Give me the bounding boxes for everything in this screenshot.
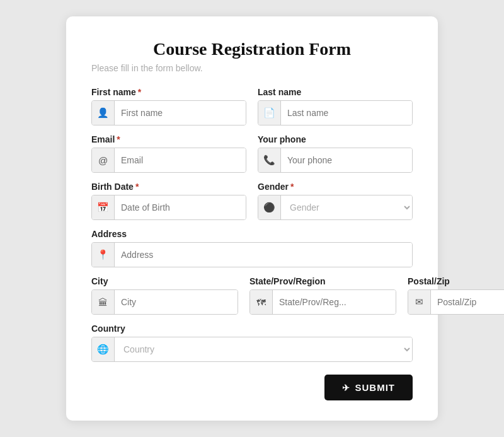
row-country: Country 🌐 Country United States United K… (91, 323, 413, 362)
group-last-name: Last name 📄 (258, 87, 413, 125)
label-country: Country (91, 323, 413, 334)
input-wrap-first-name: 👤 (91, 100, 246, 125)
input-wrap-address: 📍 (91, 242, 413, 267)
gender-icon: ⚫ (258, 195, 281, 219)
group-zip: Postal/Zip ✉ (408, 276, 504, 315)
at-icon: @ (92, 148, 115, 172)
input-wrap-birth-date: 📅 (91, 195, 246, 220)
submit-label: SUBMIT (355, 382, 396, 393)
state-input[interactable] (273, 290, 396, 314)
submit-button[interactable]: ✈ SUBMIT (324, 375, 413, 400)
group-email: Email* @ (91, 134, 246, 173)
row-email-phone: Email* @ Your phone 📞 (91, 134, 413, 173)
row-birth-gender: Birth Date* 📅 Gender* ⚫ Gender Male Fema… (91, 182, 413, 220)
label-gender: Gender* (258, 182, 413, 192)
label-last-name: Last name (258, 87, 413, 97)
label-birth-date: Birth Date* (91, 182, 246, 192)
send-icon: ✈ (342, 383, 350, 393)
input-wrap-phone: 📞 (258, 148, 413, 173)
group-address: Address 📍 (91, 229, 413, 267)
calendar-icon: 📅 (92, 195, 115, 219)
input-wrap-country: 🌐 Country United States United Kingdom C… (91, 337, 413, 362)
label-address: Address (91, 229, 413, 239)
group-first-name: First name* 👤 (91, 87, 246, 125)
input-wrap-gender: ⚫ Gender Male Female Other (258, 195, 413, 220)
country-select[interactable]: Country United States United Kingdom Can… (115, 337, 412, 361)
map-icon: 🗺 (250, 290, 273, 314)
required-star-email: * (117, 134, 120, 144)
label-state: State/Prov/Region (249, 276, 396, 286)
city-input[interactable] (115, 290, 238, 314)
label-phone: Your phone (258, 134, 413, 144)
form-subtitle: Please fill in the form bellow. (91, 63, 413, 73)
input-wrap-city: 🏛 (91, 289, 238, 315)
required-star-birth: * (135, 182, 139, 192)
email-input[interactable] (115, 148, 246, 172)
person-icon: 👤 (92, 101, 115, 125)
form-title: Course Registration Form (91, 39, 413, 59)
input-wrap-last-name: 📄 (258, 100, 413, 125)
label-zip: Postal/Zip (408, 276, 504, 286)
mail-icon: ✉ (408, 290, 431, 314)
registration-form-card: Course Registration Form Please fill in … (66, 16, 438, 421)
group-city: City 🏛 (91, 276, 238, 315)
building-icon: 🏛 (92, 290, 115, 314)
input-wrap-email: @ (91, 148, 246, 173)
phone-input[interactable] (281, 148, 412, 172)
location-icon: 📍 (92, 243, 115, 267)
group-phone: Your phone 📞 (258, 134, 413, 173)
required-star-first-name: * (138, 87, 141, 97)
address-input[interactable] (115, 243, 412, 267)
id-icon: 📄 (258, 101, 281, 125)
label-first-name: First name* (91, 87, 246, 97)
globe-icon: 🌐 (92, 337, 115, 361)
label-email: Email* (91, 134, 246, 144)
row-city-state-zip: City 🏛 State/Prov/Region 🗺 Postal/Zip ✉ (91, 276, 413, 315)
phone-icon: 📞 (258, 148, 281, 172)
row-address: Address 📍 (91, 229, 413, 267)
row-name: First name* 👤 Last name 📄 (91, 87, 413, 125)
gender-select[interactable]: Gender Male Female Other (281, 195, 412, 219)
input-wrap-zip: ✉ (408, 289, 504, 315)
last-name-input[interactable] (281, 101, 412, 125)
input-wrap-state: 🗺 (249, 289, 396, 315)
first-name-input[interactable] (115, 101, 246, 125)
zip-input[interactable] (431, 290, 504, 314)
group-country: Country 🌐 Country United States United K… (91, 323, 413, 362)
group-state: State/Prov/Region 🗺 (249, 276, 396, 315)
required-star-gender: * (290, 182, 294, 192)
group-birth-date: Birth Date* 📅 (91, 182, 246, 220)
group-gender: Gender* ⚫ Gender Male Female Other (258, 182, 413, 220)
submit-row: ✈ SUBMIT (91, 375, 413, 400)
birth-date-input[interactable] (115, 195, 246, 219)
label-city: City (91, 276, 238, 286)
